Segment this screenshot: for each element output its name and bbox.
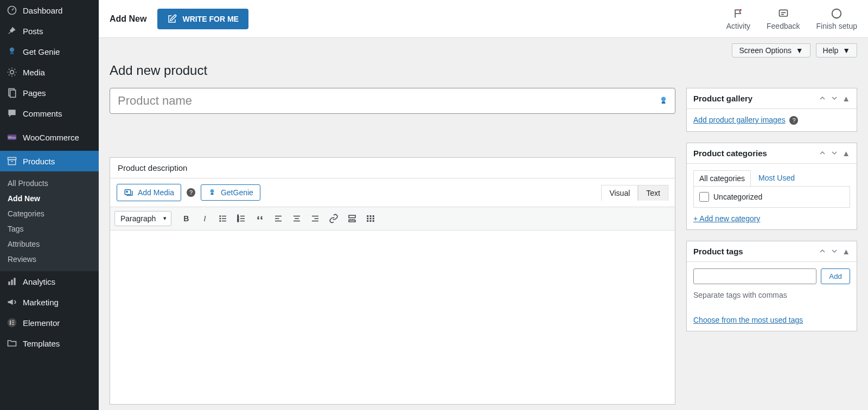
topbar-activity[interactable]: Activity bbox=[726, 8, 750, 30]
product-name-wrap bbox=[110, 88, 675, 114]
svg-rect-59 bbox=[373, 220, 374, 222]
topbar-feedback[interactable]: Feedback bbox=[767, 8, 800, 30]
sidebar-item-marketing[interactable]: Marketing bbox=[0, 292, 99, 312]
panel-toggle-icon[interactable]: ▲ bbox=[842, 94, 850, 103]
italic-button[interactable]: I bbox=[196, 210, 213, 227]
sidebar-subitem-tags[interactable]: Tags bbox=[0, 221, 99, 236]
topbar-finish-setup[interactable]: Finish setup bbox=[816, 8, 857, 30]
read-more-button[interactable] bbox=[344, 210, 360, 227]
pencil-icon bbox=[167, 14, 177, 24]
pin-icon bbox=[7, 25, 17, 36]
svg-point-1 bbox=[10, 48, 14, 52]
panel-down-icon[interactable] bbox=[830, 94, 839, 103]
panel-up-icon[interactable] bbox=[818, 94, 827, 103]
sidebar-item-get-genie[interactable]: Get Genie bbox=[0, 41, 99, 62]
category-checkbox[interactable] bbox=[699, 192, 709, 202]
bold-button[interactable]: B bbox=[178, 210, 194, 227]
sidebar-item-label: Get Genie bbox=[23, 47, 60, 56]
svg-rect-50 bbox=[349, 220, 355, 222]
sidebar-item-label: Products bbox=[23, 157, 55, 166]
panel-toggle-icon[interactable]: ▲ bbox=[842, 149, 850, 158]
sidebar-item-label: Marketing bbox=[23, 298, 59, 307]
editor-tab-visual[interactable]: Visual bbox=[601, 185, 638, 201]
sidebar-subitem-add-new[interactable]: Add New bbox=[0, 191, 99, 206]
sidebar-item-label: Posts bbox=[23, 27, 43, 36]
panel-down-icon[interactable] bbox=[830, 149, 839, 158]
chat-icon bbox=[777, 8, 789, 20]
sidebar-item-pages[interactable]: Pages bbox=[0, 82, 99, 103]
sidebar-subitem-categories[interactable]: Categories bbox=[0, 206, 99, 221]
sidebar-item-elementor[interactable]: Elementor bbox=[0, 312, 99, 333]
sidebar-item-comments[interactable]: Comments bbox=[0, 103, 99, 124]
link-button[interactable] bbox=[326, 210, 342, 227]
flag-icon bbox=[732, 8, 744, 20]
category-uncategorized[interactable]: Uncategorized bbox=[699, 192, 844, 202]
svg-rect-58 bbox=[370, 220, 372, 222]
sidebar-item-label: Pages bbox=[23, 88, 46, 98]
svg-rect-15 bbox=[12, 321, 14, 322]
write-for-me-button[interactable]: WRITE FOR ME bbox=[157, 9, 248, 29]
page-icon bbox=[7, 87, 17, 98]
help-icon[interactable]: ? bbox=[187, 188, 195, 197]
tag-input[interactable] bbox=[693, 268, 816, 284]
sidebar-item-woocommerce[interactable]: WooWooCommerce bbox=[0, 127, 99, 148]
genie-icon bbox=[7, 46, 17, 57]
help-button[interactable]: Help ▼ bbox=[816, 43, 857, 57]
align-center-button[interactable] bbox=[289, 210, 305, 227]
svg-rect-16 bbox=[12, 322, 14, 323]
add-tag-button[interactable]: Add bbox=[821, 268, 850, 284]
breadcrumb-add-new: Add New bbox=[110, 14, 146, 24]
svg-point-25 bbox=[126, 191, 127, 192]
sidebar-item-posts[interactable]: Posts bbox=[0, 21, 99, 41]
screen-options-button[interactable]: Screen Options ▼ bbox=[732, 43, 810, 57]
svg-text:3: 3 bbox=[238, 220, 239, 222]
paragraph-select[interactable]: Paragraph bbox=[114, 211, 171, 226]
panel-toggle-icon[interactable]: ▲ bbox=[842, 247, 850, 256]
sidebar-item-label: Media bbox=[23, 68, 45, 77]
bullet-list-button[interactable] bbox=[215, 210, 231, 227]
category-tab-all[interactable]: All categories bbox=[693, 170, 751, 186]
sidebar-item-analytics[interactable]: Analytics bbox=[0, 271, 99, 292]
svg-point-22 bbox=[832, 9, 841, 18]
panel-down-icon[interactable] bbox=[830, 247, 839, 256]
product-categories-heading: Product categories bbox=[693, 149, 767, 158]
align-right-button[interactable] bbox=[307, 210, 323, 227]
add-gallery-images-link[interactable]: Add product gallery images bbox=[693, 116, 786, 124]
sidebar-subitem-reviews[interactable]: Reviews bbox=[0, 252, 99, 267]
panel-up-icon[interactable] bbox=[818, 247, 827, 256]
svg-rect-4 bbox=[10, 90, 16, 97]
product-gallery-heading: Product gallery bbox=[693, 94, 752, 103]
svg-rect-14 bbox=[10, 321, 11, 325]
editor-tab-text[interactable]: Text bbox=[638, 185, 668, 201]
category-tab-most-used[interactable]: Most Used bbox=[753, 170, 800, 186]
svg-rect-57 bbox=[367, 220, 369, 222]
align-left-button[interactable] bbox=[270, 210, 286, 227]
sidebar-subitem-attributes[interactable]: Attributes bbox=[0, 236, 99, 252]
admin-sidebar: DashboardPostsGet GenieMediaPagesComment… bbox=[0, 0, 99, 410]
panel-up-icon[interactable] bbox=[818, 149, 827, 158]
add-new-category-link[interactable]: + Add new category bbox=[693, 214, 760, 223]
getgenie-button[interactable]: GetGenie bbox=[201, 184, 260, 201]
svg-rect-48 bbox=[349, 215, 355, 218]
genie-icon[interactable] bbox=[658, 95, 669, 106]
sidebar-item-label: Templates bbox=[23, 339, 60, 348]
numbered-list-button[interactable]: 123 bbox=[233, 210, 250, 227]
sidebar-subitem-all-products[interactable]: All Products bbox=[0, 176, 99, 191]
quote-button[interactable] bbox=[252, 210, 268, 227]
page-title: Add new product bbox=[110, 63, 857, 78]
help-icon[interactable]: ? bbox=[789, 116, 798, 125]
sidebar-item-templates[interactable]: Templates bbox=[0, 333, 99, 354]
product-name-input[interactable] bbox=[110, 88, 675, 114]
svg-rect-11 bbox=[11, 280, 12, 285]
sidebar-item-dashboard[interactable]: Dashboard bbox=[0, 0, 99, 21]
toolbar-toggle-button[interactable] bbox=[362, 210, 379, 227]
add-media-button[interactable]: Add Media bbox=[117, 184, 181, 201]
archive-icon bbox=[7, 156, 17, 166]
editor-body[interactable] bbox=[110, 230, 675, 404]
sidebar-item-label: Analytics bbox=[23, 277, 55, 286]
elementor-icon bbox=[7, 317, 17, 328]
sidebar-item-label: Comments bbox=[23, 109, 62, 118]
choose-most-used-tags-link[interactable]: Choose from the most used tags bbox=[693, 316, 803, 324]
sidebar-item-media[interactable]: Media bbox=[0, 62, 99, 82]
sidebar-item-products[interactable]: Products bbox=[0, 151, 99, 171]
